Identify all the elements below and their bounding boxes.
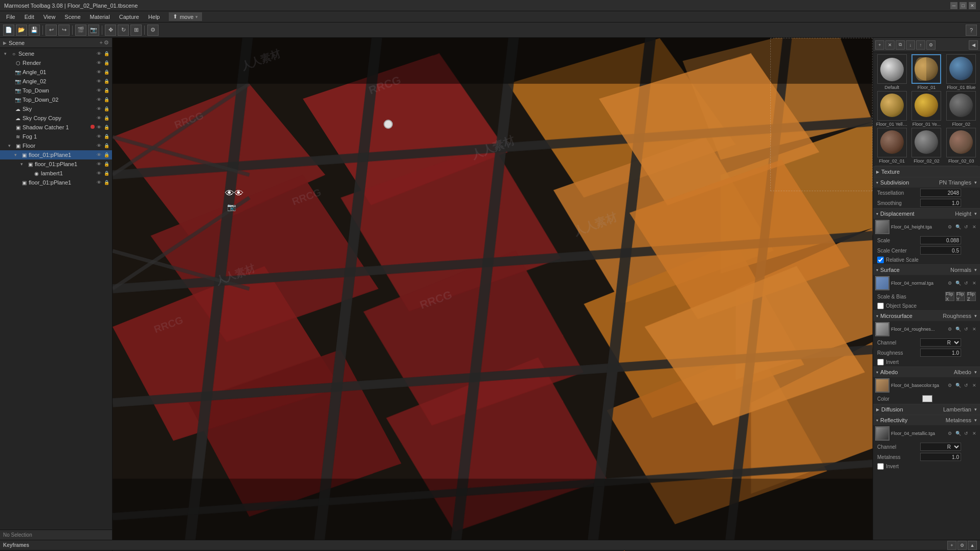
delete-material-button[interactable]: ✕ bbox=[885, 40, 895, 50]
scene-add-icon[interactable]: + bbox=[100, 39, 103, 46]
tree-item-sky[interactable]: ☁ Sky 👁 🔒 bbox=[0, 104, 112, 113]
lock-icon[interactable]: 🔒 bbox=[103, 87, 110, 94]
lock-icon[interactable]: 🔒 bbox=[103, 160, 110, 168]
refresh-icon[interactable]: ↺ bbox=[963, 430, 970, 437]
roughness-invert-checkbox[interactable] bbox=[877, 359, 884, 365]
refresh-icon[interactable]: ↺ bbox=[963, 223, 970, 231]
clear-icon[interactable]: ✕ bbox=[971, 326, 978, 333]
eye-icon[interactable]: 👁 bbox=[95, 50, 102, 57]
material-swatch-floor02-03[interactable]: Floor_02_03 bbox=[944, 128, 978, 164]
scene-settings-icon[interactable]: ⚙ bbox=[104, 39, 109, 46]
lock-icon[interactable]: 🔒 bbox=[103, 170, 110, 177]
clear-icon[interactable]: ✕ bbox=[971, 223, 978, 231]
tree-item-angle01[interactable]: 📷 Angle_01 👁 🔒 bbox=[0, 67, 112, 77]
eye-icon[interactable]: 👁 bbox=[95, 114, 102, 122]
scale-input[interactable] bbox=[920, 236, 961, 244]
reflectivity-section-header[interactable]: ▾ Reflectivity Metalness ▾ bbox=[873, 415, 980, 425]
import-material-button[interactable]: ↓ bbox=[906, 40, 915, 50]
settings-icon[interactable]: ⚙ bbox=[946, 223, 953, 231]
settings-icon[interactable]: ⚙ bbox=[946, 280, 953, 287]
refresh-icon[interactable]: ↺ bbox=[963, 326, 970, 333]
lock-icon[interactable]: 🔒 bbox=[103, 59, 110, 66]
tree-item-sky-copy[interactable]: ☁ Sky Copy Copy 👁 🔒 bbox=[0, 113, 112, 123]
undo-button[interactable]: ↩ bbox=[46, 25, 57, 36]
keyframes-expand-button[interactable]: ▲ bbox=[968, 541, 977, 550]
texture-section-header[interactable]: ▶ Texture bbox=[873, 167, 980, 177]
help-button[interactable]: ? bbox=[966, 25, 977, 36]
lock-icon[interactable]: 🔒 bbox=[103, 78, 110, 85]
lock-icon[interactable]: 🔒 bbox=[103, 114, 110, 122]
material-swatch-floor02-02[interactable]: Floor_02_02 bbox=[910, 128, 944, 164]
refresh-icon[interactable]: ↺ bbox=[963, 382, 970, 389]
add-material-button[interactable]: + bbox=[875, 40, 884, 50]
tessellation-input[interactable] bbox=[920, 189, 961, 197]
roughness-value-input[interactable] bbox=[920, 349, 961, 357]
tree-item-topdown02[interactable]: 📷 Top_Down_02 👁 🔒 bbox=[0, 95, 112, 104]
eye-icon[interactable]: 👁 bbox=[95, 151, 102, 158]
lock-icon[interactable]: 🔒 bbox=[103, 68, 110, 76]
menu-file[interactable]: File bbox=[2, 13, 19, 21]
menu-edit[interactable]: Edit bbox=[20, 13, 38, 21]
albedo-section-header[interactable]: ▾ Albedo Albedo ▾ bbox=[873, 367, 980, 377]
viewport[interactable]: 👁👁 📷 人人素材 RRCG RRCG 人人素材 RRCG 人人素材 人人素材 … bbox=[113, 38, 873, 540]
keyframes-settings-button[interactable]: ⚙ bbox=[957, 541, 967, 550]
metalness-channel-select[interactable]: RGBA bbox=[920, 443, 961, 451]
tree-item-floor01-plane1-b[interactable]: ▣ floor_01:pPlane1 👁 🔒 bbox=[0, 178, 112, 187]
tree-item-scene[interactable]: ▾ ○ Scene 👁 🔒 bbox=[0, 49, 112, 58]
menu-material[interactable]: Material bbox=[86, 13, 114, 21]
lock-icon[interactable]: 🔒 bbox=[103, 124, 110, 131]
tree-item-lambert1[interactable]: ◉ lambert1 👁 🔒 bbox=[0, 169, 112, 178]
eye-icon[interactable]: 👁 bbox=[95, 179, 102, 186]
microsurface-section-header[interactable]: ▾ Microsurface Roughness ▾ bbox=[873, 311, 980, 321]
tree-item-floor01-plane1-child[interactable]: ▾ ▣ floor_01:pPlane1 👁 🔒 bbox=[0, 159, 112, 169]
metalness-value-input[interactable] bbox=[920, 453, 961, 461]
color-swatch[interactable] bbox=[922, 395, 932, 402]
eye-icon[interactable]: 👁 bbox=[95, 87, 102, 94]
material-swatch-floor01-yellow[interactable]: Floor_01 Yellow bbox=[875, 91, 909, 127]
eye-icon[interactable]: 👁 bbox=[95, 133, 102, 140]
redo-button[interactable]: ↪ bbox=[58, 25, 70, 36]
light-control-point[interactable] bbox=[384, 120, 393, 129]
render-button[interactable]: 🎬 bbox=[75, 25, 86, 36]
material-swatch-floor01-blue[interactable]: Floor_01 Blue bbox=[944, 54, 978, 90]
menu-view[interactable]: View bbox=[39, 13, 60, 21]
lock-icon[interactable]: 🔒 bbox=[103, 96, 110, 103]
eye-icon[interactable]: 👁 bbox=[95, 105, 102, 112]
maximize-button[interactable]: □ bbox=[960, 2, 967, 9]
scale-button[interactable]: ⊞ bbox=[130, 25, 142, 36]
relative-scale-checkbox[interactable] bbox=[877, 257, 884, 263]
export-material-button[interactable]: ↑ bbox=[916, 40, 925, 50]
lock-icon[interactable]: 🔒 bbox=[103, 179, 110, 186]
tree-item-shadow-catcher[interactable]: ▣ Shadow Catcher 1 👁 🔒 bbox=[0, 123, 112, 132]
search-icon[interactable]: 🔍 bbox=[954, 326, 962, 333]
minimize-button[interactable]: ─ bbox=[950, 2, 957, 9]
settings-icon[interactable]: ⚙ bbox=[946, 382, 953, 389]
menu-capture[interactable]: Capture bbox=[115, 13, 143, 21]
lock-icon[interactable]: 🔒 bbox=[103, 142, 110, 149]
search-icon[interactable]: 🔍 bbox=[954, 430, 962, 437]
menu-help[interactable]: Help bbox=[144, 13, 164, 21]
material-swatch-floor02-01[interactable]: Floor_02_01 bbox=[875, 128, 909, 164]
metalness-invert-checkbox[interactable] bbox=[877, 463, 884, 470]
duplicate-material-button[interactable]: ⧉ bbox=[896, 40, 905, 50]
eye-icon[interactable]: 👁 bbox=[95, 96, 102, 103]
refresh-icon[interactable]: ↺ bbox=[963, 280, 970, 287]
clear-icon[interactable]: ✕ bbox=[971, 430, 978, 437]
tree-item-fog[interactable]: ≋ Fog 1 👁 🔒 bbox=[0, 132, 112, 141]
flip-z-button[interactable]: Flip Z bbox=[967, 292, 976, 301]
eye-icon[interactable]: 👁 bbox=[95, 68, 102, 76]
search-icon[interactable]: 🔍 bbox=[954, 280, 962, 287]
settings-icon[interactable]: ⚙ bbox=[946, 326, 953, 333]
collapse-button[interactable]: ◀ bbox=[969, 40, 978, 50]
camera-button[interactable]: 📷 bbox=[88, 25, 99, 36]
clear-icon[interactable]: ✕ bbox=[971, 382, 978, 389]
lock-icon[interactable]: 🔒 bbox=[103, 133, 110, 140]
material-swatch-default[interactable]: Default bbox=[875, 54, 909, 90]
object-space-checkbox[interactable] bbox=[877, 303, 884, 309]
save-button[interactable]: 💾 bbox=[29, 25, 40, 36]
menu-scene[interactable]: Scene bbox=[60, 13, 84, 21]
eye-icon[interactable]: 👁 bbox=[95, 59, 102, 66]
eye-icon[interactable]: 👁 bbox=[95, 78, 102, 85]
smoothing-input[interactable] bbox=[920, 199, 961, 207]
tree-item-floor01-plane1-main[interactable]: ▾ ▣ floor_01:pPlane1 👁 🔒 bbox=[0, 150, 112, 159]
